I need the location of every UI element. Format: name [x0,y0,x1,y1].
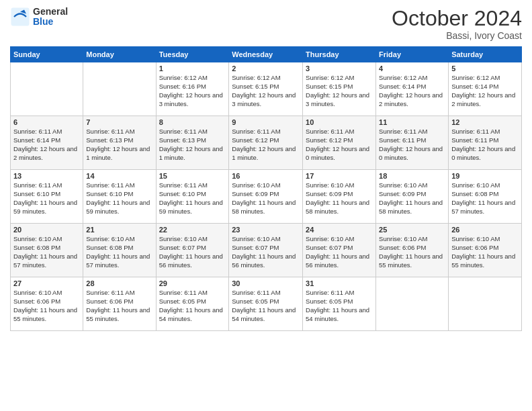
calendar-cell: 5Sunrise: 6:12 AM Sunset: 6:14 PM Daylig… [449,62,522,116]
calendar-cell: 7Sunrise: 6:11 AM Sunset: 6:13 PM Daylig… [83,116,156,170]
calendar-cell: 18Sunrise: 6:10 AM Sunset: 6:09 PM Dayli… [376,170,449,224]
day-info: Sunrise: 6:10 AM Sunset: 6:09 PM Dayligh… [379,181,445,216]
day-number: 3 [306,64,373,73]
day-info: Sunrise: 6:12 AM Sunset: 6:16 PM Dayligh… [159,74,226,108]
header-monday: Monday [83,47,156,62]
calendar-cell: 28Sunrise: 6:11 AM Sunset: 6:06 PM Dayli… [83,277,156,331]
day-info: Sunrise: 6:10 AM Sunset: 6:07 PM Dayligh… [306,235,373,269]
calendar-cell: 12Sunrise: 6:11 AM Sunset: 6:11 PM Dayli… [449,116,522,170]
day-number: 19 [451,172,519,180]
calendar-cell: 14Sunrise: 6:11 AM Sunset: 6:10 PM Dayli… [83,170,156,224]
calendar-cell: 1Sunrise: 6:12 AM Sunset: 6:16 PM Daylig… [156,62,229,116]
calendar-cell: 27Sunrise: 6:10 AM Sunset: 6:06 PM Dayli… [11,277,83,331]
calendar-table: Sunday Monday Tuesday Wednesday Thursday… [10,46,522,331]
day-info: Sunrise: 6:12 AM Sunset: 6:15 PM Dayligh… [306,74,373,108]
calendar-cell: 15Sunrise: 6:11 AM Sunset: 6:10 PM Dayli… [156,170,229,224]
day-number: 9 [232,118,300,126]
header-wednesday: Wednesday [229,47,303,62]
day-info: Sunrise: 6:12 AM Sunset: 6:14 PM Dayligh… [379,74,445,108]
day-number: 21 [86,226,152,234]
header-tuesday: Tuesday [156,47,229,62]
calendar-cell: 29Sunrise: 6:11 AM Sunset: 6:05 PM Dayli… [156,277,229,331]
calendar-cell: 13Sunrise: 6:11 AM Sunset: 6:10 PM Dayli… [11,170,83,224]
day-info: Sunrise: 6:11 AM Sunset: 6:10 PM Dayligh… [86,181,152,216]
day-number: 12 [451,118,519,126]
day-info: Sunrise: 6:10 AM Sunset: 6:07 PM Dayligh… [232,235,300,269]
day-number: 8 [159,118,226,126]
day-info: Sunrise: 6:11 AM Sunset: 6:13 PM Dayligh… [159,128,226,162]
day-info: Sunrise: 6:12 AM Sunset: 6:14 PM Dayligh… [451,74,519,108]
calendar-cell: 19Sunrise: 6:10 AM Sunset: 6:08 PM Dayli… [449,170,522,224]
calendar-header: Sunday Monday Tuesday Wednesday Thursday… [11,47,522,62]
day-info: Sunrise: 6:10 AM Sunset: 6:09 PM Dayligh… [306,181,373,216]
calendar-cell: 24Sunrise: 6:10 AM Sunset: 6:07 PM Dayli… [303,224,376,277]
day-number: 30 [232,279,300,287]
day-number: 2 [232,64,300,73]
day-number: 17 [306,172,373,180]
day-number: 22 [159,226,226,234]
calendar-cell: 6Sunrise: 6:11 AM Sunset: 6:14 PM Daylig… [11,116,83,170]
calendar-cell [11,62,83,116]
calendar-cell [83,62,156,116]
calendar-cell: 25Sunrise: 6:10 AM Sunset: 6:06 PM Dayli… [376,224,449,277]
calendar-week-1: 6Sunrise: 6:11 AM Sunset: 6:14 PM Daylig… [11,116,522,170]
day-number: 7 [86,118,152,126]
day-info: Sunrise: 6:11 AM Sunset: 6:11 PM Dayligh… [379,128,445,162]
calendar-cell: 11Sunrise: 6:11 AM Sunset: 6:11 PM Dayli… [376,116,449,170]
calendar-title: October 2024 [392,7,522,30]
calendar-cell: 3Sunrise: 6:12 AM Sunset: 6:15 PM Daylig… [303,62,376,116]
day-number: 31 [306,279,373,287]
calendar-cell [449,277,522,331]
logo-blue-text: Blue [33,17,68,27]
day-info: Sunrise: 6:10 AM Sunset: 6:07 PM Dayligh… [159,235,226,269]
day-info: Sunrise: 6:11 AM Sunset: 6:13 PM Dayligh… [86,128,152,162]
header-thursday: Thursday [303,47,376,62]
day-number: 18 [379,172,445,180]
day-info: Sunrise: 6:10 AM Sunset: 6:08 PM Dayligh… [13,235,80,269]
calendar-body: 1Sunrise: 6:12 AM Sunset: 6:16 PM Daylig… [11,62,522,331]
day-number: 20 [13,226,80,234]
day-info: Sunrise: 6:10 AM Sunset: 6:06 PM Dayligh… [379,235,445,269]
svg-rect-0 [11,8,30,26]
day-number: 14 [86,172,152,180]
day-number: 6 [13,118,80,126]
day-info: Sunrise: 6:11 AM Sunset: 6:05 PM Dayligh… [306,289,373,323]
calendar-week-4: 27Sunrise: 6:10 AM Sunset: 6:06 PM Dayli… [11,277,522,331]
day-info: Sunrise: 6:11 AM Sunset: 6:05 PM Dayligh… [159,289,226,323]
day-info: Sunrise: 6:11 AM Sunset: 6:10 PM Dayligh… [159,181,226,216]
calendar-cell: 2Sunrise: 6:12 AM Sunset: 6:15 PM Daylig… [229,62,303,116]
header-saturday: Saturday [449,47,522,62]
header-row: Sunday Monday Tuesday Wednesday Thursday… [11,47,522,62]
day-info: Sunrise: 6:10 AM Sunset: 6:08 PM Dayligh… [86,235,152,269]
calendar-cell: 4Sunrise: 6:12 AM Sunset: 6:14 PM Daylig… [376,62,449,116]
calendar-week-0: 1Sunrise: 6:12 AM Sunset: 6:16 PM Daylig… [11,62,522,116]
calendar-cell: 23Sunrise: 6:10 AM Sunset: 6:07 PM Dayli… [229,224,303,277]
calendar-cell: 16Sunrise: 6:10 AM Sunset: 6:09 PM Dayli… [229,170,303,224]
calendar-cell: 10Sunrise: 6:11 AM Sunset: 6:12 PM Dayli… [303,116,376,170]
calendar-week-3: 20Sunrise: 6:10 AM Sunset: 6:08 PM Dayli… [11,224,522,277]
day-info: Sunrise: 6:12 AM Sunset: 6:15 PM Dayligh… [232,74,300,108]
calendar-cell: 20Sunrise: 6:10 AM Sunset: 6:08 PM Dayli… [11,224,83,277]
calendar-cell: 26Sunrise: 6:10 AM Sunset: 6:06 PM Dayli… [449,224,522,277]
day-number: 11 [379,118,445,126]
day-info: Sunrise: 6:10 AM Sunset: 6:09 PM Dayligh… [232,181,300,216]
day-info: Sunrise: 6:11 AM Sunset: 6:12 PM Dayligh… [306,128,373,162]
logo-icon [10,7,30,27]
day-number: 28 [86,279,152,287]
day-number: 27 [13,279,80,287]
header-friday: Friday [376,47,449,62]
day-info: Sunrise: 6:11 AM Sunset: 6:12 PM Dayligh… [232,128,300,162]
day-info: Sunrise: 6:10 AM Sunset: 6:06 PM Dayligh… [451,235,519,269]
calendar-cell: 31Sunrise: 6:11 AM Sunset: 6:05 PM Dayli… [303,277,376,331]
logo-general-text: General [33,7,68,17]
day-number: 23 [232,226,300,234]
logo-text: General Blue [33,7,68,28]
day-info: Sunrise: 6:10 AM Sunset: 6:08 PM Dayligh… [451,181,519,216]
header-sunday: Sunday [11,47,83,62]
day-info: Sunrise: 6:10 AM Sunset: 6:06 PM Dayligh… [13,289,80,323]
day-number: 4 [379,64,445,73]
day-info: Sunrise: 6:11 AM Sunset: 6:06 PM Dayligh… [86,289,152,323]
page: General Blue October 2024 Bassi, Ivory C… [0,0,532,411]
calendar-week-2: 13Sunrise: 6:11 AM Sunset: 6:10 PM Dayli… [11,170,522,224]
day-number: 1 [159,64,226,73]
